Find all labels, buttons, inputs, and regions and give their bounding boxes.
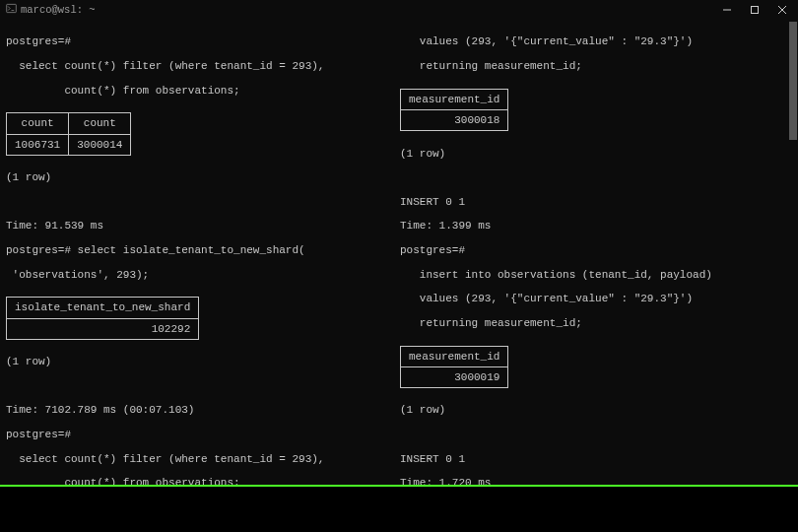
insert-line: returning measurement_id; (400, 317, 782, 329)
timing: Time: 7102.789 ms (00:07.103) (6, 404, 388, 416)
svg-rect-1 (752, 7, 759, 14)
window-title: marco@wsl: ~ (21, 4, 96, 16)
query-line: postgres=# select isolate_tenant_to_new_… (6, 244, 388, 256)
svg-rect-0 (7, 4, 17, 12)
prompt-line: postgres=# (400, 244, 782, 256)
insert-line: values (293, '{"current_value" : "29.3"}… (400, 293, 782, 304)
scrollbar-thumb[interactable] (789, 22, 797, 140)
query-line: count(*) from observations; (6, 477, 388, 485)
blank (400, 171, 782, 183)
col-header: isolate_tenant_to_new_shard (7, 298, 199, 318)
cell: 1006731 (7, 134, 69, 155)
insert-line: values (293, '{"current_value" : "29.3"}… (400, 35, 782, 47)
timing: Time: 1.399 ms (400, 220, 782, 232)
result-table: countcount 10067313000014 (6, 112, 131, 156)
timing: Time: 1.720 ms (400, 477, 782, 485)
col-header: measurement_id (401, 89, 508, 109)
right-pane[interactable]: values (293, '{"current_value" : "29.3"}… (394, 20, 788, 485)
insert-status: INSERT 0 1 (400, 453, 782, 465)
minimize-button[interactable] (713, 1, 741, 19)
blank (400, 429, 782, 440)
cell: 102292 (7, 318, 199, 339)
result-table: isolate_tenant_to_new_shard 102292 (6, 297, 199, 340)
result-table: measurement_id 3000018 (400, 89, 508, 132)
close-button[interactable] (768, 1, 796, 19)
blank (6, 196, 388, 208)
row-count: (1 row) (400, 404, 782, 416)
blank (6, 380, 388, 392)
title-left: marco@wsl: ~ (2, 3, 96, 17)
cell: 3000014 (69, 134, 131, 155)
query-line: count(*) from observations; (6, 85, 388, 97)
insert-status: INSERT 0 1 (400, 196, 782, 208)
scrollbar-track[interactable] (788, 20, 798, 485)
col-header: measurement_id (401, 346, 508, 366)
query-line: select count(*) filter (where tenant_id … (6, 60, 388, 72)
titlebar: marco@wsl: ~ (0, 0, 798, 20)
cell: 3000019 (401, 366, 508, 387)
window-controls (713, 1, 796, 19)
row-count: (1 row) (6, 356, 388, 367)
query-line: select count(*) filter (where tenant_id … (6, 453, 388, 465)
row-count: (1 row) (6, 171, 388, 183)
maximize-button[interactable] (741, 1, 768, 19)
query-line: 'observations', 293); (6, 269, 388, 281)
terminal-body[interactable]: postgres=# select count(*) filter (where… (0, 20, 798, 485)
result-table: measurement_id 3000019 (400, 346, 508, 389)
prompt-line: postgres=# (6, 429, 388, 440)
col-header: count (7, 113, 69, 134)
cell: 3000018 (401, 109, 508, 130)
timing: Time: 91.539 ms (6, 220, 388, 232)
left-pane[interactable]: postgres=# select count(*) filter (where… (0, 20, 394, 485)
col-header: count (69, 113, 131, 134)
row-count: (1 row) (400, 148, 782, 160)
insert-line: insert into observations (tenant_id, pay… (400, 269, 782, 281)
terminal-icon (6, 3, 17, 17)
insert-line: returning measurement_id; (400, 60, 782, 72)
prompt-line: postgres=# (6, 35, 388, 47)
lower-black-area (0, 487, 798, 532)
